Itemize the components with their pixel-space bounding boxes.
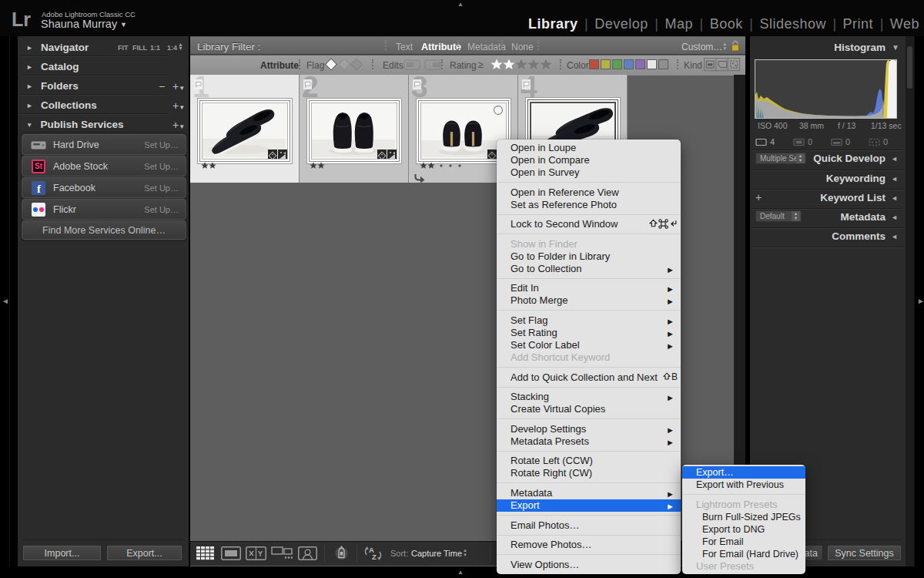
svg-text:Z: Z <box>372 553 377 561</box>
svg-text:B: B <box>671 372 678 381</box>
